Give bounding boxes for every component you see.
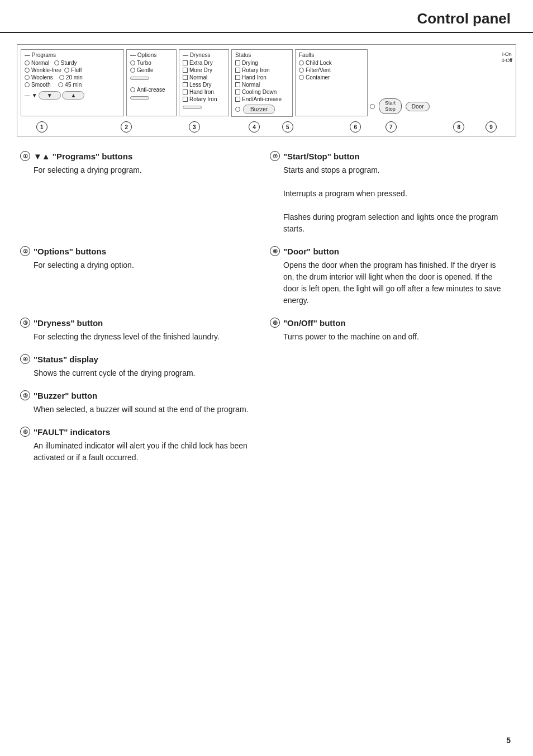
dryness-handiron: Hand Iron [183,89,225,95]
desc-dryness-body: For selecting the dryness level of the f… [34,331,259,343]
programs-section: — Programs Normal Sturdy Wrinkle-free Fl… [21,49,124,116]
dryness-extradry: Extra Dry [183,60,225,66]
desc-buzzer: ⑤ "Buzzer" button When selected, a buzze… [17,385,266,421]
radio-icon [235,107,240,112]
control-panel-diagram: — Programs Normal Sturdy Wrinkle-free Fl… [17,44,516,136]
desc-programs: ① ▼▲ "Programs" buttons For selecting a … [17,145,266,240]
radio-icon [58,82,63,87]
programs-label: — Programs [25,52,120,58]
status-endanticrease: End/Anti-crease [235,96,289,102]
desc-num-2: ② [20,246,30,256]
program-normal: Normal Sturdy [25,60,120,66]
radio-icon [130,87,135,92]
status-handiron: Hand Iron [235,74,289,81]
dryness-lessdry: Less Dry [183,82,225,88]
radio-icon [130,68,135,73]
dryness-normal: Normal [183,74,225,81]
desc-door-body: Opens the door when the program has fini… [283,259,508,306]
checkbox-icon [183,89,188,94]
num-9: 9 [486,121,497,133]
number-row: 1 2 3 4 5 6 7 8 9 [21,121,512,133]
checkbox-icon [183,75,188,80]
desc-empty-4 [266,348,516,385]
start-stop-button[interactable]: StartStop [379,98,402,114]
num-7: 7 [386,121,397,133]
desc-num-7: ⑦ [270,151,280,161]
dryness-moredry: More Dry [183,67,225,73]
desc-startstop: ⑦ "Start/Stop" button Starts and stops a… [266,145,516,240]
radio-icon [25,68,30,73]
desc-onoff-body: Turns power to the machine on and off. [283,331,508,343]
page-number: 5 [506,736,511,745]
desc-status-title: "Status" display [34,355,98,364]
checkbox-icon [235,82,240,87]
radio-icon [130,60,135,65]
program-wrinklefree: Wrinkle-free Fluff [25,67,120,73]
desc-num-5: ⑤ [20,390,30,400]
status-section: Status Drying Rotary Iron Hand Iron Norm… [231,49,293,117]
desc-door-title: "Door" button [283,247,339,256]
desc-options-body: For selecting a drying option. [34,259,259,271]
num-2: 2 [121,121,132,133]
checkbox-icon [235,75,240,80]
desc-door: ⑧ "Door" button Opens the door when the … [266,240,516,312]
desc-startstop-body: Starts and stops a program. Interrupts a… [283,164,508,235]
option-gentle: Gentle [130,67,173,73]
desc-options-title: "Options" buttons [34,247,106,256]
radio-icon [299,75,304,80]
status-label: Status [235,52,289,58]
checkbox-icon [235,68,240,73]
desc-status: ④ "Status" display Shows the current cyc… [17,348,266,385]
door-button[interactable]: Door [406,102,430,111]
desc-dryness-title: "Dryness" button [34,318,103,328]
radio-icon [370,104,375,109]
option-anticrease: Anti-crease [130,87,173,93]
desc-num-6: ⑥ [20,427,30,437]
num-3: 3 [189,121,200,133]
radio-icon [25,60,30,65]
status-rotaryiron: Rotary Iron [235,67,289,73]
desc-empty-5 [266,385,516,421]
checkbox-icon [235,89,240,94]
radio-icon [64,68,69,73]
desc-num-3: ③ [20,318,30,328]
desc-num-4: ④ [20,354,30,364]
options-section: — Options Turbo Gentle Anti-crease [126,49,177,116]
program-smooth: Smooth 45 min [25,82,120,88]
option-turbo: Turbo [130,60,173,66]
faults-section: Faults Child Lock Filter/Vent Container [295,49,368,116]
num-5: 5 [282,121,293,133]
desc-empty-6 [266,421,516,469]
fault-filtervent: Filter/Vent [299,67,364,73]
right-controls: I·On0·Off StartStop Door [370,49,512,116]
checkbox-icon [183,68,188,73]
dryness-rotaryiron: Rotary Iron [183,96,225,102]
options-label: — Options [130,52,173,58]
num-4: 4 [249,121,260,133]
dryness-section: — Dryness Extra Dry More Dry Normal Less… [179,49,229,116]
checkbox-icon [183,97,188,102]
dryness-label: — Dryness [183,52,225,58]
desc-options: ② "Options" buttons For selecting a dryi… [17,240,266,312]
desc-dryness: ③ "Dryness" button For selecting the dry… [17,312,266,348]
radio-icon [59,75,64,80]
desc-num-9: ⑨ [270,318,280,328]
page-title: Control panel [22,10,511,27]
fault-container: Container [299,74,364,81]
desc-buzzer-title: "Buzzer" button [34,391,97,400]
num-8: 8 [453,121,464,133]
checkbox-icon [235,60,240,65]
status-coolingdown: Cooling Down [235,89,289,95]
num-1: 1 [36,121,47,133]
checkbox-icon [183,60,188,65]
checkbox-icon [183,82,188,87]
desc-programs-body: For selecting a drying program. [34,164,259,176]
desc-num-1: ① [20,151,30,161]
program-woolens: Woolens 20 min [25,74,120,81]
desc-num-8: ⑧ [270,246,280,256]
checkbox-icon [235,97,240,102]
desc-fault-title: "FAULT" indicators [34,427,110,437]
desc-buzzer-body: When selected, a buzzer will sound at th… [34,404,259,415]
num-6: 6 [350,121,361,133]
desc-startstop-title: "Start/Stop" button [283,152,360,161]
